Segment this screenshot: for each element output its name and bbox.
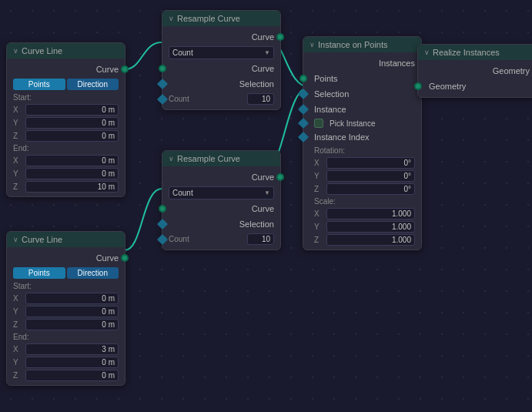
scale-x-label: X bbox=[314, 209, 323, 218]
resample2-count-value[interactable]: 10 bbox=[247, 233, 274, 245]
end-z-value-1[interactable]: 10 m bbox=[25, 181, 119, 193]
resample2-count-row: Count 10 bbox=[162, 232, 280, 246]
end-y-value-1[interactable]: 0 m bbox=[25, 168, 119, 179]
pick-instance-label: Pick Instance bbox=[330, 119, 375, 128]
scale-z-value[interactable]: 1.000 bbox=[326, 234, 415, 246]
scale-y-value[interactable]: 1.000 bbox=[326, 221, 415, 233]
curve-line-1-buttons: Points Direction bbox=[7, 77, 125, 92]
resample1-curve-in-socket[interactable] bbox=[159, 65, 166, 72]
start-z-label-1: Z bbox=[13, 132, 22, 140]
resample2-curve-in-socket[interactable] bbox=[159, 205, 166, 213]
geometry-in-row: Geometry bbox=[418, 79, 532, 94]
points-in-socket[interactable] bbox=[299, 75, 307, 82]
end-label-2: End: bbox=[7, 331, 125, 343]
resample2-selection-row: Selection bbox=[162, 216, 280, 232]
points-button-1[interactable]: Points bbox=[13, 79, 65, 90]
curve-out-label-1: Curve bbox=[13, 65, 119, 74]
curve-out-socket-2[interactable] bbox=[121, 254, 129, 262]
scale-x-value[interactable]: 1.000 bbox=[326, 208, 415, 219]
start-z-value-2[interactable]: 0 m bbox=[25, 319, 119, 330]
start-x-row-2: X 0 m bbox=[7, 292, 125, 305]
instance-in-row: Instance bbox=[303, 102, 421, 117]
resample1-dropdown[interactable]: Count ▼ bbox=[169, 46, 274, 59]
resample2-selection-socket[interactable] bbox=[157, 219, 168, 229]
curve-line-node-1: ∨ Curve Line Curve Points Direction Star… bbox=[6, 42, 125, 197]
resample2-count-socket[interactable] bbox=[157, 233, 168, 244]
curve-line-2-title: Curve Line bbox=[22, 235, 62, 244]
resample2-curve-in-label: Curve bbox=[169, 204, 274, 213]
resample-curve-node-2: ∨ Resample Curve Curve Count ▼ Curve Sel… bbox=[162, 150, 281, 250]
iop-selection-socket[interactable] bbox=[298, 89, 309, 99]
resample1-selection-socket[interactable] bbox=[157, 79, 168, 89]
resample2-curve-out-socket[interactable] bbox=[276, 173, 284, 181]
instance-on-points-title: Instance on Points bbox=[318, 40, 388, 49]
resample2-dropdown[interactable]: Count ▼ bbox=[169, 186, 274, 199]
rot-y-label: Y bbox=[314, 172, 323, 180]
curve-line-1-title: Curve Line bbox=[22, 46, 62, 55]
geometry-out-row: Geometry bbox=[418, 63, 532, 79]
resample-curve-2-header: ∨ Resample Curve bbox=[162, 151, 280, 166]
start-x-value-2[interactable]: 0 m bbox=[25, 293, 119, 304]
chevron-icon: ∨ bbox=[13, 47, 18, 55]
resample1-count-label: Count bbox=[169, 95, 244, 103]
geometry-in-label: Geometry bbox=[429, 82, 530, 91]
resample1-curve-in-row: Curve bbox=[162, 61, 280, 76]
end-x-row-1: X 0 m bbox=[7, 154, 125, 167]
curve-out-row-2: Curve bbox=[7, 250, 125, 266]
end-y-label-1: Y bbox=[13, 169, 22, 178]
resample2-count-label: Count bbox=[169, 235, 244, 243]
instance-on-points-node: ∨ Instance on Points Instances Points Se… bbox=[303, 36, 422, 250]
realize-instances-title: Realize Instances bbox=[433, 48, 500, 57]
geometry-out-label: Geometry bbox=[424, 66, 530, 75]
resample1-curve-out-socket[interactable] bbox=[276, 33, 284, 41]
rot-y-value[interactable]: 0° bbox=[326, 170, 415, 182]
instance-index-socket[interactable] bbox=[298, 132, 309, 142]
iop-selection-label: Selection bbox=[314, 89, 415, 99]
start-y-value-1[interactable]: 0 m bbox=[25, 117, 119, 129]
realize-instances-node: ∨ Realize Instances Geometry Geometry bbox=[417, 44, 532, 98]
scale-z-row: Z 1.000 bbox=[303, 233, 421, 246]
scale-y-label: Y bbox=[314, 223, 323, 231]
geometry-in-socket[interactable] bbox=[414, 82, 422, 90]
rot-z-row: Z 0° bbox=[303, 183, 421, 196]
pick-instance-socket[interactable] bbox=[298, 118, 309, 129]
instance-in-socket[interactable] bbox=[298, 104, 309, 115]
end-y-label-2: Y bbox=[13, 358, 22, 367]
end-z-label-1: Z bbox=[13, 183, 22, 191]
rot-z-value[interactable]: 0° bbox=[326, 183, 415, 195]
start-y-row-1: Y 0 m bbox=[7, 116, 125, 129]
end-y-value-2[interactable]: 0 m bbox=[25, 357, 119, 368]
start-z-label-2: Z bbox=[13, 320, 22, 329]
dropdown-arrow-1: ▼ bbox=[264, 49, 270, 56]
scale-section-label: Scale: bbox=[303, 196, 421, 207]
resample1-count-value[interactable]: 10 bbox=[247, 93, 274, 105]
resample-curve-node-1: ∨ Resample Curve Curve Count ▼ Curve Sel… bbox=[162, 10, 281, 110]
start-y-value-2[interactable]: 0 m bbox=[25, 306, 119, 317]
resample1-count-socket[interactable] bbox=[157, 93, 168, 104]
start-z-value-1[interactable]: 0 m bbox=[25, 130, 119, 142]
rot-x-label: X bbox=[314, 159, 323, 167]
rot-x-row: X 0° bbox=[303, 156, 421, 169]
points-button-2[interactable]: Points bbox=[13, 267, 65, 279]
realize-instances-header: ∨ Realize Instances bbox=[418, 45, 532, 60]
start-z-row-1: Z 0 m bbox=[7, 129, 125, 142]
pick-instance-checkbox[interactable] bbox=[314, 119, 323, 128]
chevron-icon-5: ∨ bbox=[309, 41, 315, 49]
curve-line-2-header: ∨ Curve Line bbox=[7, 232, 125, 247]
direction-button-1[interactable]: Direction bbox=[67, 79, 119, 90]
start-x-row-1: X 0 m bbox=[7, 103, 125, 116]
start-x-value-1[interactable]: 0 m bbox=[25, 104, 119, 116]
start-y-row-2: Y 0 m bbox=[7, 305, 125, 318]
end-x-label-1: X bbox=[13, 156, 22, 165]
end-z-row-2: Z 0 m bbox=[7, 369, 125, 382]
rot-x-value[interactable]: 0° bbox=[326, 157, 415, 169]
end-z-value-2[interactable]: 0 m bbox=[25, 370, 119, 381]
direction-button-2[interactable]: Direction bbox=[67, 267, 119, 279]
resample-curve-1-header: ∨ Resample Curve bbox=[162, 11, 280, 26]
end-x-value-2[interactable]: 3 m bbox=[25, 343, 119, 355]
dropdown-arrow-2: ▼ bbox=[264, 189, 270, 196]
curve-out-socket-1[interactable] bbox=[121, 65, 129, 73]
start-label-2: Start: bbox=[7, 280, 125, 292]
end-x-value-1[interactable]: 0 m bbox=[25, 155, 119, 166]
rotation-section-label: Rotation: bbox=[303, 145, 421, 156]
